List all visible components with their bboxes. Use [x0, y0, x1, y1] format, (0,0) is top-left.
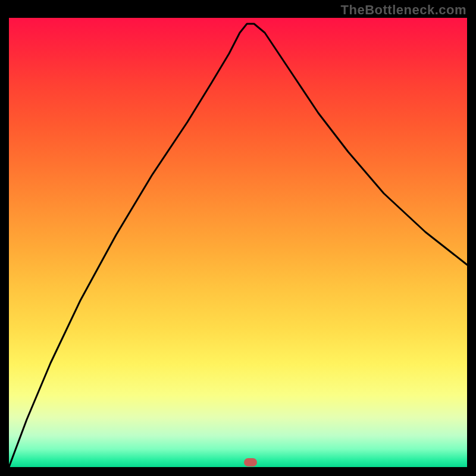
- bottleneck-curve: [9, 18, 467, 467]
- curve-path: [9, 24, 467, 467]
- watermark-text: TheBottleneck.com: [341, 2, 466, 18]
- bottleneck-marker: [244, 458, 257, 466]
- chart-frame: TheBottleneck.com: [0, 0, 476, 476]
- plot-area: [9, 18, 467, 467]
